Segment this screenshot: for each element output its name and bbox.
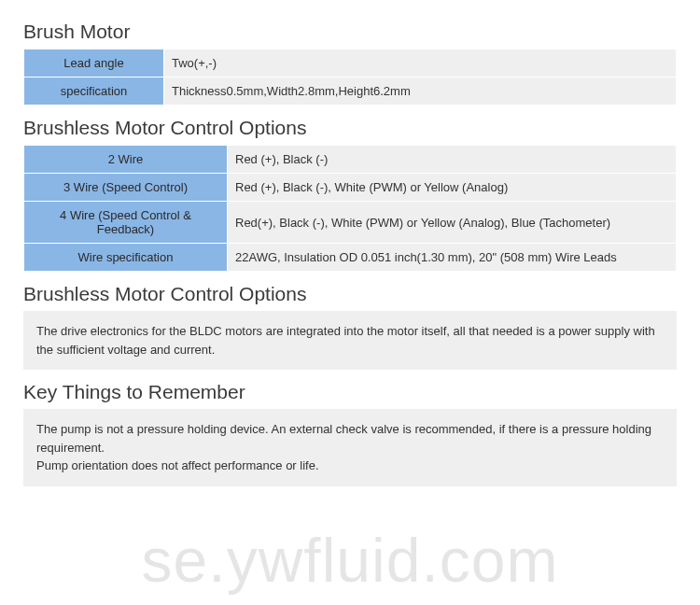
row-value: Red (+), Black (-), White (PWM) or Yello… — [228, 174, 677, 202]
row-label: 3 Wire (Speed Control) — [24, 174, 228, 202]
table-row: 3 Wire (Speed Control) Red (+), Black (-… — [24, 174, 677, 202]
table-row: 2 Wire Red (+), Black (-) — [24, 146, 677, 174]
table-row: Lead angle Two(+,-) — [24, 49, 677, 77]
row-label: Wire specification — [24, 244, 228, 272]
table-row: specification Thickness0.5mm,Width2.8mm,… — [24, 77, 677, 106]
section1-title: Brush Motor — [23, 21, 677, 43]
info-line: Pump orientation does not affect perform… — [36, 457, 664, 475]
row-label: 2 Wire — [24, 146, 228, 174]
row-label: 4 Wire (Speed Control & Feedback) — [24, 202, 228, 244]
table-row: 4 Wire (Speed Control & Feedback) Red(+)… — [24, 202, 677, 244]
row-value: Red(+), Black (-), White (PWM) or Yellow… — [228, 202, 677, 244]
row-label: Lead angle — [24, 49, 164, 77]
section3-title: Brushless Motor Control Options — [23, 283, 677, 305]
row-value: Red (+), Black (-) — [228, 146, 677, 174]
row-value: Thickness0.5mm,Width2.8mm,Height6.2mm — [164, 77, 677, 106]
row-label: specification — [24, 77, 164, 106]
row-value: Two(+,-) — [164, 49, 677, 77]
watermark-text: se.ywfluid.com — [0, 525, 700, 596]
brush-motor-table: Lead angle Two(+,-) specification Thickn… — [23, 49, 677, 106]
row-value: 22AWG, Insulation OD 0.051 inch(1.30 mm)… — [228, 244, 677, 272]
brushless-motor-table: 2 Wire Red (+), Black (-) 3 Wire (Speed … — [23, 145, 677, 272]
info-box-key-things: The pump is not a pressure holding devic… — [23, 409, 677, 486]
table-row: Wire specification 22AWG, Insulation OD … — [24, 244, 677, 272]
info-line: The pump is not a pressure holding devic… — [36, 420, 664, 457]
section4-title: Key Things to Remember — [23, 381, 677, 403]
info-box-electronics: The drive electronics for the BLDC motor… — [23, 311, 677, 370]
section2-title: Brushless Motor Control Options — [23, 117, 677, 139]
